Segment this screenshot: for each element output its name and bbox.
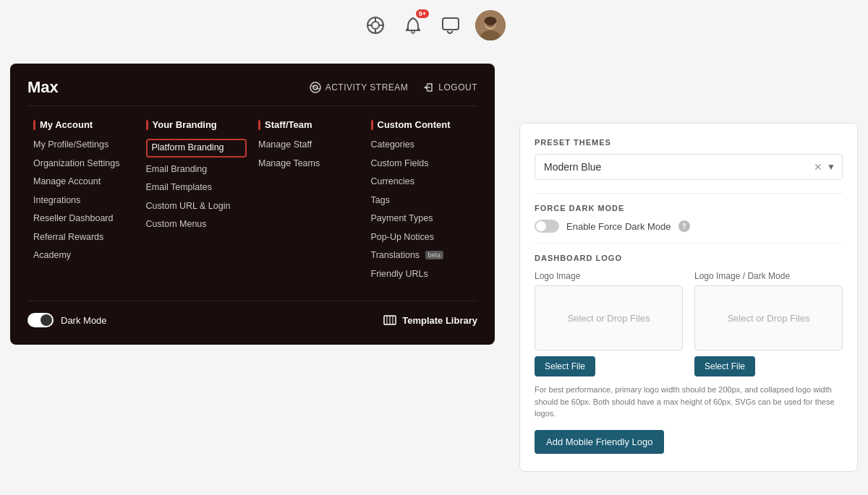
chevron-down-icon: ▼ [827,162,835,172]
menu-custom-url-login[interactable]: Custom URL & Login [146,200,247,213]
drop-zone-dark-text: Select or Drop Files [727,313,809,324]
notification-badge: 9+ [416,9,429,18]
template-library-btn[interactable]: Template Library [383,314,477,327]
logo-dark-col: Logo Image / Dark Mode Select or Drop Fi… [694,271,843,376]
select-clear-icon[interactable]: ✕ [814,161,822,173]
chat-icon-btn[interactable] [438,12,464,38]
logo-columns: Logo Image Select or Drop Files Select F… [535,271,843,376]
logo-drop-zone[interactable]: Select or Drop Files [535,285,683,350]
add-mobile-logo-btn[interactable]: Add Mobile Friendly Logo [535,430,664,454]
drop-zone-text: Select or Drop Files [567,313,650,324]
help-icon-btn[interactable] [362,12,388,38]
theme-select-wrapper: Modern Blue ✕ ▼ [535,154,843,180]
my-account-column: My Account My Profile/Settings Organizat… [27,119,140,286]
right-panel: PRESET THEMES Modern Blue ✕ ▼ FORCE DARK… [519,123,858,472]
dashboard-logo-title: DASHBOARD LOGO [535,254,843,262]
logo-dark-label: Logo Image / Dark Mode [694,271,843,281]
logo-dark-drop-zone[interactable]: Select or Drop Files [694,285,843,350]
menu-my-profile[interactable]: My Profile/Settings [33,139,135,152]
preset-themes-title: PRESET THEMES [535,138,843,147]
menu-manage-staff[interactable]: Manage Staff [258,139,359,152]
logo-image-col: Logo Image Select or Drop Files Select F… [535,271,683,376]
divider-2 [535,243,843,244]
my-account-title: My Account [33,119,135,130]
template-library-label: Template Library [402,315,477,326]
menu-email-templates[interactable]: Email Templates [146,181,247,194]
force-dark-section: FORCE DARK MODE Enable Force Dark Mode ? [535,204,843,233]
menu-integrations[interactable]: Integrations [33,194,135,207]
divider-1 [535,193,843,194]
theme-select[interactable]: Modern Blue [535,154,843,180]
force-dark-toggle-row: Enable Force Dark Mode ? [535,220,843,233]
force-dark-mode-title: FORCE DARK MODE [535,204,843,212]
svg-point-6 [412,30,414,33]
menu-email-branding[interactable]: Email Branding [146,163,247,176]
menu-manage-account[interactable]: Manage Account [33,176,135,189]
staff-team-title: Staff/Team [258,119,359,130]
custom-content-column: Custom Content Categories Custom Fields … [365,119,478,286]
menu-payment-types[interactable]: Payment Types [371,212,472,225]
force-dark-switch[interactable] [535,220,559,233]
activity-stream-btn[interactable]: ACTIVITY STREAM [310,82,409,93]
menu-friendly-urls[interactable]: Friendly URLs [371,268,472,281]
avatar[interactable] [475,10,506,40]
dropdown-panel: Max ACTIVITY STREAM LOGOUT My Ac [10,64,495,345]
menu-columns: My Account My Profile/Settings Organizat… [27,119,477,286]
dark-mode-label: Dark Mode [61,315,107,326]
menu-platform-branding[interactable]: Platform Branding [146,139,247,158]
menu-tags[interactable]: Tags [371,194,472,207]
menu-reseller-dashboard[interactable]: Reseller Dashboard [33,212,135,225]
logo-help-text: For best performance, primary logo width… [535,384,843,420]
dark-mode-switch[interactable] [27,313,54,327]
help-icon[interactable]: ? [678,220,690,232]
menu-manage-teams[interactable]: Manage Teams [258,158,359,171]
menu-categories[interactable]: Categories [371,139,472,152]
svg-rect-7 [443,18,459,30]
dropdown-header: Max ACTIVITY STREAM LOGOUT [27,78,477,106]
username: Max [27,78,59,97]
your-branding-column: Your Branding Platform Branding Email Br… [140,119,253,286]
logo-image-label: Logo Image [535,271,683,281]
menu-custom-fields[interactable]: Custom Fields [371,158,472,171]
menu-popup-notices[interactable]: Pop-Up Notices [371,231,472,244]
svg-point-13 [485,17,497,25]
your-branding-title: Your Branding [146,119,247,130]
menu-org-settings[interactable]: Organization Settings [33,158,135,171]
menu-referral-rewards[interactable]: Referral Rewards [33,231,135,244]
custom-content-title: Custom Content [371,119,472,130]
menu-translations[interactable]: Translations beta [371,249,472,262]
top-bar: 9+ [0,0,868,48]
svg-point-1 [372,22,379,29]
dropdown-footer: Dark Mode Template Library [27,301,477,327]
bell-icon-btn[interactable]: 9+ [400,12,426,38]
select-file-btn-1[interactable]: Select File [535,356,595,376]
menu-currencies[interactable]: Currencies [371,176,472,189]
dark-mode-toggle[interactable]: Dark Mode [27,313,107,327]
staff-team-column: Staff/Team Manage Staff Manage Teams [252,119,365,286]
logout-btn[interactable]: LOGOUT [422,82,477,93]
menu-custom-menus[interactable]: Custom Menus [146,218,247,231]
beta-badge: beta [425,251,444,259]
force-dark-label: Enable Force Dark Mode [566,221,671,232]
header-actions: ACTIVITY STREAM LOGOUT [310,82,477,93]
menu-academy[interactable]: Academy [33,249,135,262]
select-file-btn-2[interactable]: Select File [694,356,755,376]
